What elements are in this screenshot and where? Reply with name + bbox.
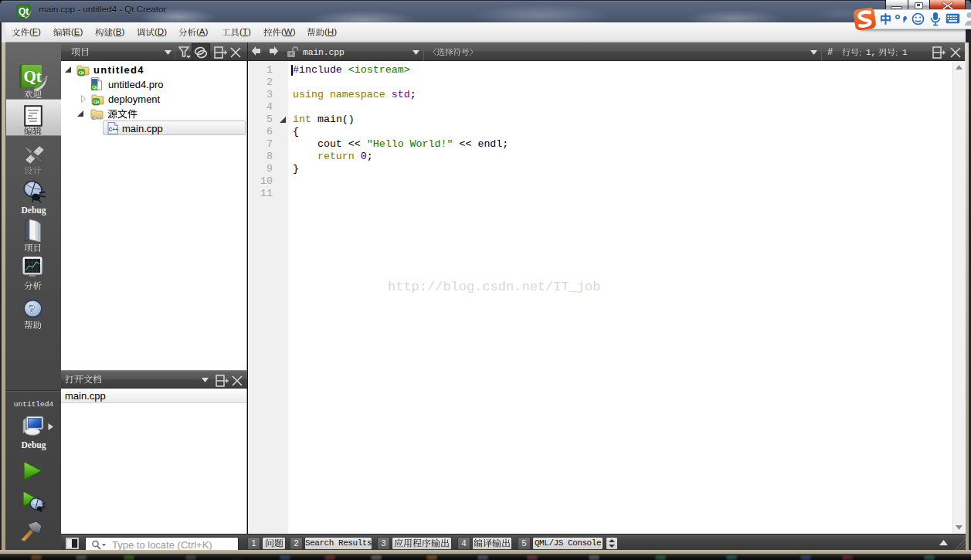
svg-text:Qt: Qt [79, 70, 85, 75]
svg-text:C++: C++ [109, 127, 118, 132]
svg-text:Qt: Qt [19, 6, 29, 17]
svg-text:Qt: Qt [93, 99, 100, 104]
svg-text:C++: C++ [92, 115, 102, 120]
svg-text:Qt: Qt [24, 67, 42, 86]
svg-text:?: ? [29, 302, 36, 317]
svg-text:Qt: Qt [92, 84, 98, 90]
